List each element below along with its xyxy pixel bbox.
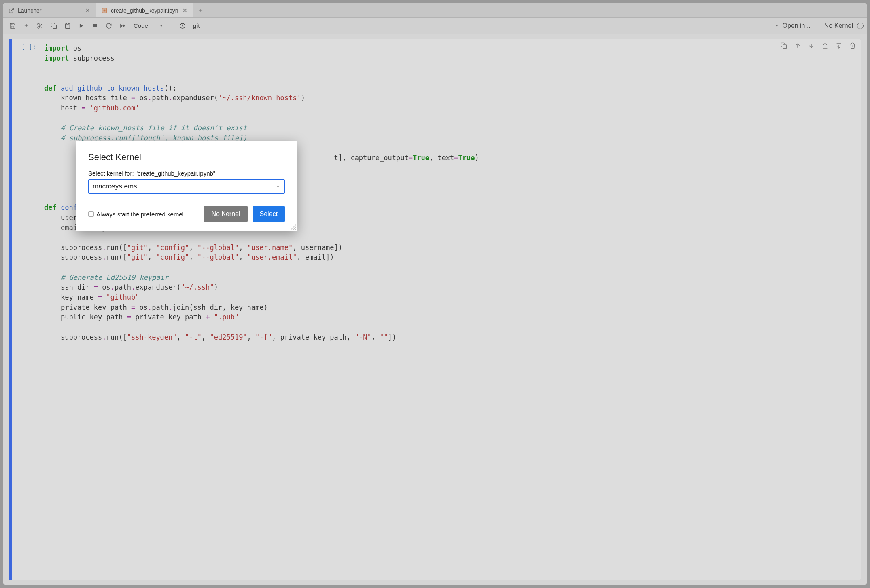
insert-above-button[interactable] [821, 42, 829, 50]
tab-bar: Launcher ✕ create_github_keypair.ipyn ✕ [3, 3, 867, 18]
notebook-toolbar: Code ▾ git ▾ Open in... No Kernel [3, 18, 867, 34]
tab-label: Launcher [18, 7, 81, 14]
move-up-button[interactable] [794, 42, 802, 50]
svg-line-10 [41, 26, 42, 28]
tab-notebook[interactable]: create_github_keypair.ipyn ✕ [96, 3, 193, 17]
timing-button[interactable] [176, 20, 189, 32]
cell-type-select[interactable]: Code ▾ [130, 20, 175, 32]
external-link-icon [8, 7, 15, 14]
select-button[interactable]: Select [253, 206, 285, 222]
kernel-status-label[interactable]: No Kernel [824, 22, 853, 30]
always-start-preferred-checkbox[interactable]: Always start the preferred kernel [88, 211, 184, 218]
close-icon[interactable]: ✕ [182, 7, 188, 14]
run-button[interactable] [75, 20, 87, 32]
svg-point-7 [38, 23, 39, 25]
interrupt-button[interactable] [89, 20, 101, 32]
svg-line-11 [39, 25, 40, 26]
tab-launcher[interactable]: Launcher ✕ [3, 3, 96, 17]
kernel-select[interactable]: macrosystems [88, 179, 285, 194]
kernel-indicator-icon[interactable] [857, 23, 864, 29]
code-editor[interactable]: import os import subprocess def add_gith… [38, 39, 861, 580]
checkbox-icon [88, 211, 94, 217]
svg-rect-19 [783, 45, 787, 49]
chevron-down-icon: ▾ [160, 23, 162, 28]
duplicate-cell-button[interactable] [780, 42, 788, 50]
chevron-down-icon [276, 184, 280, 189]
restart-run-all-button[interactable] [117, 20, 129, 32]
new-tab-button[interactable] [193, 3, 208, 17]
restart-button[interactable] [103, 20, 115, 32]
cell-type-label: Code [134, 22, 148, 29]
cell-prompt: [ ]: [12, 39, 38, 580]
resize-grip-icon[interactable] [291, 224, 296, 230]
insert-cell-button[interactable] [20, 20, 32, 32]
copy-button[interactable] [48, 20, 60, 32]
dialog-subtitle: Select kernel for: "create_github_keypai… [88, 170, 285, 177]
tab-label: create_github_keypair.ipyn [111, 7, 178, 14]
svg-line-0 [11, 8, 13, 11]
git-button[interactable]: git [190, 22, 202, 29]
svg-marker-17 [123, 23, 125, 28]
svg-marker-14 [80, 23, 83, 28]
checkbox-label: Always start the preferred kernel [96, 211, 184, 218]
open-in-button[interactable]: Open in... [782, 22, 810, 30]
notebook-icon [101, 7, 108, 14]
code-cell[interactable]: [ ]: import os import subprocess def add… [9, 39, 861, 580]
paste-button[interactable] [62, 20, 74, 32]
svg-point-8 [38, 27, 39, 28]
save-button[interactable] [6, 20, 19, 32]
cell-toolbar [780, 42, 857, 50]
svg-rect-12 [53, 25, 57, 29]
close-icon[interactable]: ✕ [85, 7, 91, 14]
svg-rect-2 [103, 9, 105, 11]
dialog-title: Select Kernel [88, 152, 285, 163]
svg-rect-15 [93, 24, 97, 27]
svg-rect-13 [66, 23, 68, 24]
notebook-panel: [ ]: import os import subprocess def add… [3, 34, 867, 585]
insert-below-button[interactable] [835, 42, 843, 50]
svg-marker-16 [120, 23, 123, 28]
move-down-button[interactable] [807, 42, 815, 50]
no-kernel-button[interactable]: No Kernel [204, 206, 247, 222]
delete-cell-button[interactable] [849, 42, 857, 50]
kernel-select-value: macrosystems [93, 182, 137, 190]
chevron-down-icon: ▾ [776, 23, 778, 28]
select-kernel-dialog: Select Kernel Select kernel for: "create… [76, 141, 297, 231]
cut-button[interactable] [34, 20, 46, 32]
